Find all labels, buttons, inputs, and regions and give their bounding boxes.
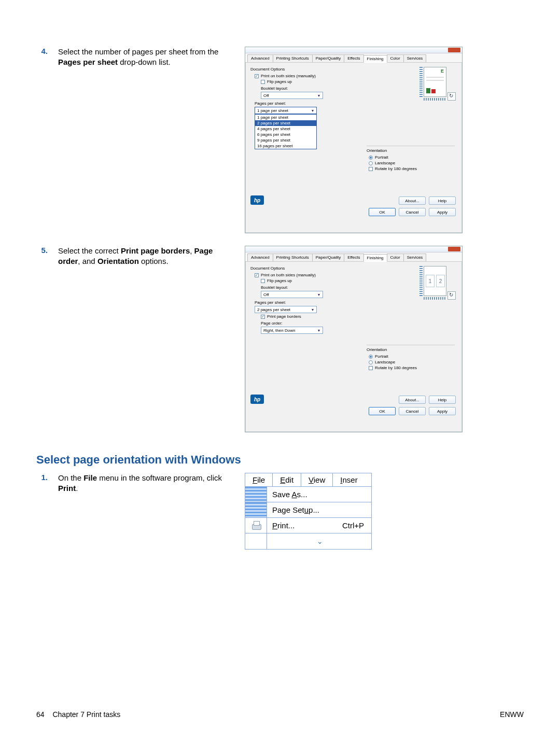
tab-paper-quality[interactable]: Paper/Quality [312, 54, 344, 62]
tab-effects[interactable]: Effects [344, 254, 363, 261]
tab-advanced[interactable]: Advanced [247, 54, 273, 62]
dialog-titlebar [245, 47, 462, 53]
tab-effects[interactable]: Effects [344, 54, 363, 62]
tab-services[interactable]: Services [403, 54, 427, 62]
tab-advanced[interactable]: Advanced [247, 254, 273, 261]
stripe-icon [245, 487, 267, 502]
booklet-layout-dropdown[interactable]: Off▾ [261, 92, 323, 99]
pages-per-sheet-dropdown[interactable]: 1 page per sheet▾ [255, 107, 317, 114]
menu-item-print[interactable]: Print... Ctrl+P [245, 518, 371, 533]
tab-color[interactable]: Color [387, 254, 404, 261]
step4-number: 4. [36, 47, 58, 233]
page-order-label: Page order: [261, 321, 457, 326]
tab-color[interactable]: Color [387, 54, 404, 62]
menu-item-save-as[interactable]: Save As... [245, 487, 371, 502]
list-item[interactable]: 6 pages per sheet [255, 132, 316, 137]
booklet-layout-dropdown[interactable]: Off▾ [261, 291, 323, 298]
flip-preview-icon[interactable] [447, 291, 456, 300]
chevron-down-icon: ▾ [310, 307, 315, 312]
menu-file[interactable]: File [245, 473, 273, 486]
flip-pages-up-checkbox[interactable] [261, 279, 265, 283]
close-icon[interactable] [448, 48, 460, 52]
print-both-sides-checkbox[interactable] [255, 74, 259, 78]
tab-printing-shortcuts[interactable]: Printing Shortcuts [273, 54, 313, 62]
tab-finishing[interactable]: Finishing [363, 254, 387, 262]
list-item[interactable]: 2 pages per sheet [255, 120, 316, 126]
print-properties-dialog-step5: Advanced Printing Shortcuts Paper/Qualit… [245, 246, 463, 432]
stripe-icon [245, 502, 267, 517]
help-button[interactable]: Help [429, 396, 456, 404]
list-item[interactable]: 1 page per sheet [255, 115, 316, 120]
cancel-button[interactable]: Cancel [399, 407, 426, 415]
tab-paper-quality[interactable]: Paper/Quality [312, 254, 344, 261]
flip-pages-up-checkbox[interactable] [261, 80, 265, 84]
list-item[interactable]: 16 pages per sheet [255, 143, 316, 149]
portrait-radio[interactable] [369, 156, 373, 160]
hp-logo-icon: hp [250, 195, 264, 205]
dialog-titlebar [245, 246, 462, 252]
landscape-radio[interactable] [369, 360, 373, 364]
page-preview: 1 2 [419, 266, 456, 300]
list-item[interactable]: 9 pages per sheet [255, 137, 316, 143]
portrait-radio[interactable] [369, 355, 373, 359]
step1-number: 1. [36, 473, 58, 550]
printer-icon [245, 518, 267, 533]
hp-logo-icon: hp [250, 395, 264, 404]
tab-finishing[interactable]: Finishing [363, 55, 387, 63]
chevron-down-icon: ▾ [310, 108, 315, 113]
step5-number: 5. [36, 246, 58, 432]
pages-per-sheet-dropdown[interactable]: 2 pages per sheet▾ [255, 306, 317, 313]
orientation-group: Orientation Portrait Landscape Rotate by… [367, 345, 455, 371]
about-button[interactable]: About... [399, 196, 426, 205]
menu-expand[interactable]: ⌄ [245, 533, 371, 549]
pages-per-sheet-label: Pages per sheet: [255, 300, 457, 305]
pages-per-sheet-options-list[interactable]: 1 page per sheet 2 pages per sheet 4 pag… [255, 114, 317, 149]
orientation-group: Orientation Portrait Landscape Rotate by… [367, 146, 455, 172]
print-both-sides-checkbox[interactable] [255, 273, 259, 277]
apply-button[interactable]: Apply [429, 407, 456, 415]
step5-text: Select the correct Print page borders, P… [58, 246, 245, 432]
page-order-dropdown[interactable]: Right, then Down▾ [261, 327, 323, 334]
tab-printing-shortcuts[interactable]: Printing Shortcuts [273, 254, 313, 261]
apply-button[interactable]: Apply [429, 208, 456, 216]
help-button[interactable]: Help [429, 196, 456, 205]
print-properties-dialog-step4: Advanced Printing Shortcuts Paper/Qualit… [245, 47, 463, 233]
step4-text: Select the number of pages per sheet fro… [58, 47, 245, 233]
list-item[interactable]: 4 pages per sheet [255, 126, 316, 132]
menu-insert[interactable]: Inser [333, 473, 365, 486]
chevron-down-icon: ▾ [316, 93, 321, 98]
flip-preview-icon[interactable] [447, 92, 456, 101]
chevron-down-icon: ▾ [316, 328, 321, 333]
ok-button[interactable]: OK [369, 407, 396, 415]
file-menu-mockup: File Edit View Inser Save As... Page Set… [245, 473, 372, 550]
chevron-down-icon: ⌄ [317, 537, 322, 545]
tab-services[interactable]: Services [403, 254, 427, 261]
step1-text: On the File menu in the software program… [58, 473, 245, 550]
pages-per-sheet-label: Pages per sheet: [255, 101, 457, 106]
about-button[interactable]: About... [399, 396, 426, 404]
ok-button[interactable]: OK [369, 208, 396, 216]
section-heading: Select page orientation with Windows [36, 453, 524, 467]
menu-edit[interactable]: Edit [273, 473, 301, 486]
menu-view[interactable]: View [301, 473, 333, 486]
close-icon[interactable] [448, 247, 460, 251]
rotate-180-checkbox[interactable] [369, 366, 373, 370]
page-preview: E [419, 67, 456, 101]
chevron-down-icon: ▾ [316, 292, 321, 297]
menu-item-page-setup[interactable]: Page Setup... [245, 502, 371, 518]
rotate-180-checkbox[interactable] [369, 167, 373, 171]
cancel-button[interactable]: Cancel [399, 208, 426, 216]
print-page-borders-checkbox[interactable] [261, 315, 265, 319]
landscape-radio[interactable] [369, 161, 373, 165]
